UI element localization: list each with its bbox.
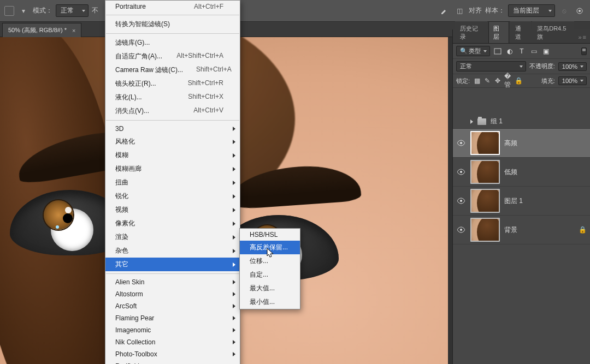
menu-item[interactable]: 最小值... xyxy=(240,295,300,309)
svg-point-4 xyxy=(460,171,462,173)
visibility-icon[interactable] xyxy=(456,169,466,175)
layer-group-row[interactable]: 组 1 xyxy=(453,115,590,129)
lock-move-icon[interactable]: ✥ xyxy=(494,77,502,85)
lock-row: 锁定: ▩ ✎ ✥ �管 🔒 填充: 100% xyxy=(453,74,590,88)
lock-icon: 🔒 xyxy=(579,226,587,234)
layer-row[interactable]: 低频 xyxy=(453,158,590,187)
menu-item[interactable]: 液化(L)...Shift+Ctrl+X xyxy=(105,91,240,104)
menu-item[interactable]: Photo-Toolbox xyxy=(105,348,240,360)
layer-thumbnail[interactable] xyxy=(470,218,500,242)
layer-list: 组 1高频低频图层 1背景🔒 xyxy=(453,114,590,362)
foreground-swatch[interactable] xyxy=(4,6,14,16)
layer-thumbnail[interactable] xyxy=(470,160,500,184)
align-icon[interactable]: ◫ xyxy=(453,5,465,17)
opacity-value[interactable]: 100% xyxy=(558,62,587,71)
menu-item[interactable]: 模糊 xyxy=(105,148,240,162)
blend-row: 正常 不透明度: 100% xyxy=(453,59,590,74)
lock-brush-icon[interactable]: ✎ xyxy=(483,77,491,85)
panel-menu-icon[interactable]: »≡ xyxy=(575,31,590,43)
menu-item[interactable]: 最大值... xyxy=(240,282,300,295)
visibility-icon[interactable] xyxy=(456,140,466,146)
chevron-down-icon[interactable]: ▾ xyxy=(17,5,30,17)
menu-item[interactable]: 消失点(V)...Alt+Ctrl+V xyxy=(105,104,240,118)
filter-shape-icon[interactable]: ▭ xyxy=(529,47,538,55)
svg-point-1 xyxy=(579,10,581,12)
separator xyxy=(106,15,239,15)
menu-item[interactable]: 渲染 xyxy=(105,230,240,244)
folder-icon xyxy=(477,118,486,125)
menu-item[interactable]: 视频 xyxy=(105,203,240,217)
menu-item[interactable]: Nik Collection xyxy=(105,336,240,348)
layer-row[interactable]: 背景🔒 xyxy=(453,216,590,244)
panel-tabs: 历史记录 图层 通道 菜鸟DR4.5旗 »≡ xyxy=(453,29,590,44)
align-label: 对齐 xyxy=(469,6,482,15)
lock-artboard-icon[interactable]: �管 xyxy=(504,77,512,85)
other-submenu: HSB/HSL高反差保留...位移...自定...最大值...最小值... xyxy=(239,228,300,309)
menu-item[interactable]: HSB/HSL xyxy=(240,229,300,241)
menu-item[interactable]: 自适应广角(A)...Alt+Shift+Ctrl+A xyxy=(105,50,240,63)
tab-layers[interactable]: 图层 xyxy=(488,21,509,43)
separator xyxy=(106,120,239,121)
filter-pixel-icon[interactable] xyxy=(493,47,502,55)
sample-label: 样本： xyxy=(485,6,505,15)
menu-item[interactable]: 像素化 xyxy=(105,217,240,230)
document-tab[interactable]: 50% (高频, RGB/8#) * × xyxy=(2,23,81,37)
menu-item[interactable]: 转换为智能滤镜(S) xyxy=(105,17,240,31)
separator xyxy=(106,273,239,274)
disclosure-icon[interactable] xyxy=(470,120,473,124)
tab-history[interactable]: 历史记录 xyxy=(455,21,487,43)
layer-row[interactable]: 图层 1 xyxy=(453,187,590,216)
menu-item[interactable]: Imagenomic xyxy=(105,324,240,336)
tab-extra[interactable]: 菜鸟DR4.5旗 xyxy=(532,21,574,43)
filter-smart-icon[interactable]: ▣ xyxy=(541,47,550,55)
close-icon[interactable]: × xyxy=(72,27,75,34)
sample-select[interactable]: 当前图层 xyxy=(508,4,555,17)
filter-kind-select[interactable]: 🔍类型 xyxy=(456,46,490,56)
lock-label: 锁定: xyxy=(456,77,470,85)
svg-rect-2 xyxy=(494,49,501,54)
menu-item[interactable]: Flaming Pear xyxy=(105,312,240,324)
menu-item[interactable]: 镜头校正(R)...Shift+Ctrl+R xyxy=(105,77,240,91)
tab-channels[interactable]: 通道 xyxy=(510,21,531,43)
menu-item[interactable]: 锐化 xyxy=(105,189,240,203)
svg-point-5 xyxy=(460,200,462,202)
lock-transparent-icon[interactable]: ▩ xyxy=(473,77,481,85)
menu-item[interactable]: PortraitureAlt+Ctrl+F xyxy=(105,1,240,13)
fill-label: 填充: xyxy=(541,77,555,85)
visibility-icon[interactable] xyxy=(456,226,466,233)
layer-blend-select[interactable]: 正常 xyxy=(456,61,526,71)
menu-item[interactable]: 风格化 xyxy=(105,135,240,148)
lock-all-icon[interactable]: 🔒 xyxy=(515,77,522,85)
filter-adjust-icon[interactable]: ◐ xyxy=(505,47,514,55)
filter-type-icon[interactable]: T xyxy=(517,47,526,55)
menu-item[interactable]: 滤镜库(G)... xyxy=(105,36,240,50)
menu-item[interactable]: Alien Skin xyxy=(105,276,240,288)
layer-name: 低频 xyxy=(504,168,517,177)
svg-point-3 xyxy=(460,142,462,144)
lock-icons: ▩ ✎ ✥ �管 🔒 xyxy=(473,77,522,85)
menu-item[interactable]: Camera Raw 滤镜(C)...Shift+Ctrl+A xyxy=(105,63,240,77)
menu-item[interactable]: 扭曲 xyxy=(105,176,240,189)
menu-item[interactable]: 自定... xyxy=(240,268,300,282)
filter-toggle[interactable] xyxy=(581,47,587,55)
airbrush-icon[interactable] xyxy=(438,5,450,17)
ignore-adjustment-icon: ⦸ xyxy=(558,5,570,17)
menu-item[interactable]: 3D xyxy=(105,123,240,135)
visibility-icon[interactable] xyxy=(456,198,466,204)
separator xyxy=(106,33,239,34)
layer-thumbnail[interactable] xyxy=(470,131,500,155)
layer-row[interactable]: 高频 xyxy=(453,129,590,158)
menu-item[interactable]: Redfield xyxy=(105,360,240,364)
menu-item[interactable]: 其它 xyxy=(105,258,240,271)
menu-item[interactable]: Altostorm xyxy=(105,288,240,300)
options-bar: ▾ 模式： 正常 不 ◫ 对齐 样本： 当前图层 ⦸ xyxy=(0,0,590,22)
menu-item[interactable]: ArcSoft xyxy=(105,300,240,312)
fill-value[interactable]: 100% xyxy=(558,76,587,85)
group-name: 组 1 xyxy=(491,117,503,126)
menu-item[interactable]: 杂色 xyxy=(105,244,240,258)
layer-name: 高频 xyxy=(504,139,517,148)
blend-mode-select[interactable]: 正常 xyxy=(56,4,88,17)
pressure-size-icon[interactable] xyxy=(574,5,586,17)
layer-thumbnail[interactable] xyxy=(470,189,500,213)
menu-item[interactable]: 模糊画廊 xyxy=(105,162,240,176)
